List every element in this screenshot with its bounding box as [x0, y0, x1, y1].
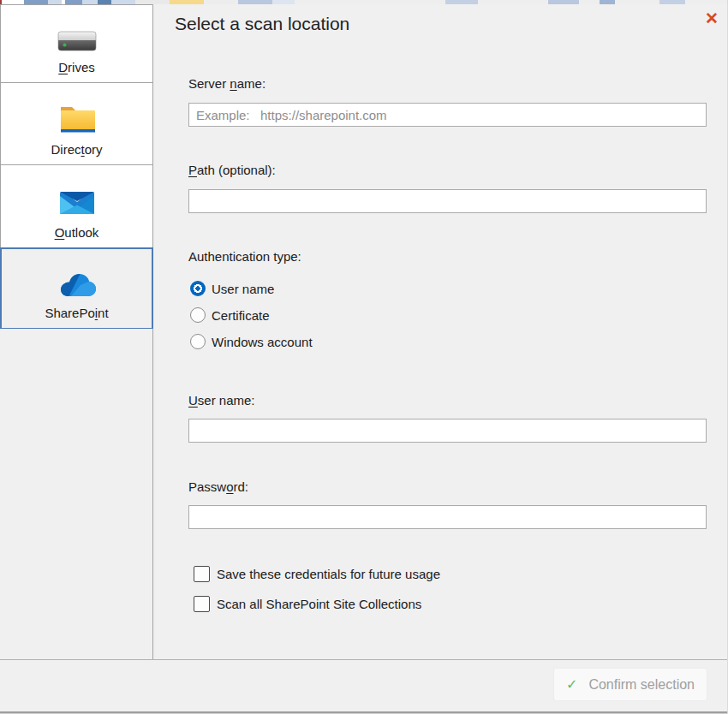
radio-row-windows-account[interactable]: Windows account [190, 334, 313, 349]
radio-user-name[interactable] [190, 281, 206, 296]
sidebar-item-drives[interactable]: Drives [0, 4, 153, 83]
radio-label: User name [212, 282, 274, 296]
radio-label: Windows account [212, 335, 313, 349]
confirm-selection-button[interactable]: ✓ Confirm selection [553, 668, 707, 701]
radio-row-certificate[interactable]: Certificate [190, 307, 270, 323]
checkbox-scan-all-sites[interactable] [194, 596, 210, 612]
sidebar-item-label: SharePoint [45, 306, 108, 320]
checkbox-label: Save these credentials for future usage [217, 567, 440, 581]
sidebar-item-label: Drives [58, 60, 95, 74]
password-label: Password: [188, 479, 248, 494]
envelope-icon [58, 184, 96, 218]
cloud-icon [58, 268, 96, 302]
user-name-input[interactable] [188, 419, 707, 443]
user-name-label: User name: [188, 393, 255, 408]
drive-icon [57, 24, 97, 58]
password-input[interactable] [188, 505, 707, 529]
checkbox-save-credentials[interactable] [194, 566, 210, 582]
close-icon[interactable]: ✕ [701, 7, 723, 29]
sidebar-item-outlook[interactable]: Outlook [0, 164, 153, 248]
checkbox-row-scan-all-sites[interactable]: Scan all SharePoint Site Collections [194, 596, 421, 612]
server-name-input[interactable] [188, 103, 707, 127]
confirm-selection-label: Confirm selection [588, 677, 695, 693]
authentication-type-label: Authentication type: [188, 249, 301, 264]
sidebar-item-directory[interactable]: Directory [0, 82, 153, 165]
folder-icon [59, 102, 95, 136]
radio-label: Certificate [212, 308, 270, 323]
page-title: Select a scan location [175, 14, 349, 34]
server-name-label: Server name: [188, 76, 266, 91]
path-label: Path (optional): [188, 163, 276, 177]
footer-bar: ✓ Confirm selection [0, 659, 728, 711]
radio-windows-account[interactable] [190, 334, 206, 349]
radio-certificate[interactable] [190, 307, 206, 323]
checkbox-row-save-credentials[interactable]: Save these credentials for future usage [194, 566, 440, 582]
checkbox-label: Scan all SharePoint Site Collections [217, 597, 421, 611]
path-input[interactable] [188, 189, 707, 213]
radio-row-user-name[interactable]: User name [190, 281, 274, 296]
scan-location-dialog: Drives Directory [0, 0, 728, 714]
sidebar-item-sharepoint[interactable]: SharePoint [0, 247, 153, 330]
check-icon: ✓ [566, 676, 577, 693]
sidebar-item-label: Directory [51, 142, 102, 157]
sidebar-empty-area [0, 329, 153, 659]
sidebar-item-label: Outlook [55, 225, 99, 240]
